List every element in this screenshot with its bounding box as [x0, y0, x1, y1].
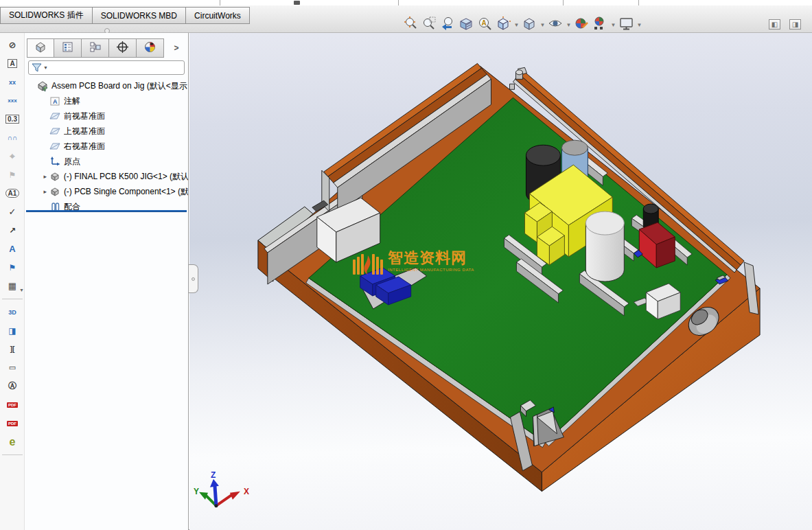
tree-item-label: (-) PCB Single Component<1> (默	[64, 186, 188, 198]
balloon-icon: ⚑	[9, 263, 16, 273]
plane-icon	[49, 111, 61, 122]
zoom-to-fit-icon	[403, 16, 419, 34]
break-view-button[interactable]: ][	[2, 340, 23, 358]
zoom-to-area-button[interactable]	[420, 16, 439, 34]
capture-3d-view-button[interactable]: 3D	[2, 303, 23, 321]
auto-dimension-scheme-icon: ⊘	[9, 40, 16, 50]
view-orientation-icon	[496, 16, 511, 34]
panel-tab-displaymanager[interactable]	[137, 38, 164, 58]
tree-item[interactable]: 原点	[25, 154, 188, 169]
dynamic-annotation-views-button[interactable]: A	[476, 16, 494, 34]
datum-target-button[interactable]: ⌖	[2, 147, 23, 165]
hide-show-items-dropdown[interactable]: ▼	[565, 22, 572, 28]
magnified-view-button[interactable]: Ⓐ	[2, 377, 23, 395]
location-note-button[interactable]: A	[2, 54, 23, 73]
apply-scene-dropdown[interactable]: ▼	[610, 22, 617, 28]
hide-show-items-button[interactable]	[546, 16, 565, 34]
tree-item-label: 原点	[64, 156, 80, 168]
tree-item[interactable]: ▸(-) PCB Single Component<1> (默	[25, 184, 188, 199]
handle-dot	[192, 277, 195, 281]
edit-appearance-button[interactable]	[572, 16, 591, 34]
apply-scene-button[interactable]	[591, 16, 610, 34]
edit-3d-pdf-icon: PDF	[7, 402, 18, 408]
note-icon: A	[9, 244, 15, 254]
3d-model-canvas[interactable]: X Y Z	[189, 33, 812, 530]
mouse-gestures-button[interactable]: ▭	[2, 358, 23, 377]
size-dimension-button[interactable]: xx	[2, 73, 23, 91]
show-tolerance-status-button[interactable]: ⚑	[2, 165, 23, 184]
assembly-icon	[37, 80, 49, 92]
commandmanager-tabs: SOLIDWORKS 插件 SOLIDWORKS MBD CircuitWork…	[0, 7, 250, 24]
filter-caret-icon[interactable]: ▼	[43, 65, 48, 70]
view-orientation-button[interactable]	[494, 16, 513, 34]
panel-tab-dimxpertmanager[interactable]	[109, 38, 137, 58]
view-settings-button[interactable]	[617, 16, 636, 34]
balloon-button[interactable]: ⚑	[2, 258, 23, 277]
featuremanager-panel: > ▼ Assem PCB Board on Jig (默认<显示A注解前视基准…	[25, 33, 189, 530]
tab-solidworks-addins[interactable]: SOLIDWORKS 插件	[0, 7, 93, 24]
tab-solidworks-mbd[interactable]: SOLIDWORKS MBD	[93, 7, 186, 24]
tree-item[interactable]: 上视基准面	[25, 124, 188, 139]
section-view-icon	[459, 16, 474, 34]
menu-fragment	[398, 0, 399, 5]
note-button[interactable]: A	[2, 240, 23, 258]
expand-arrow-icon[interactable]: ▸	[41, 188, 49, 195]
tree-item-label: Assem PCB Board on Jig (默认<显示	[51, 80, 187, 92]
edit-3d-pdf-button[interactable]: PDF	[2, 395, 23, 414]
display-style-icon	[522, 16, 537, 34]
tabbar-overflow-button[interactable]: >	[167, 38, 185, 58]
filter-funnel-icon[interactable]	[32, 62, 42, 73]
tree-item[interactable]: 右视基准面	[25, 139, 188, 154]
view-orientation-dropdown[interactable]: ▼	[513, 22, 520, 28]
basic-size-dimension-button[interactable]: xxx	[2, 91, 23, 110]
menu-fragment-icon	[294, 1, 300, 5]
collapse-pane-right-button[interactable]: ◨	[789, 19, 801, 30]
section-view-button[interactable]	[457, 16, 476, 34]
geometric-tolerance-button[interactable]: ∩∩	[2, 128, 23, 147]
general-table-button[interactable]: ▦▼	[2, 277, 23, 295]
tree-item-label: 右视基准面	[64, 141, 105, 152]
surface-finish-button[interactable]: ✓	[2, 203, 23, 221]
configurationmanager-icon	[89, 41, 102, 56]
graphics-viewport[interactable]: X Y Z 智造资料网 INTELLIGENT MANUFAC	[189, 33, 812, 530]
weld-symbol-icon: ↗	[9, 226, 16, 235]
display-style-button[interactable]	[520, 16, 539, 34]
tolerance-status-button[interactable]: 0.3	[2, 110, 23, 128]
component-icon	[49, 171, 61, 183]
tree-item[interactable]: Assem PCB Board on Jig (默认<显示	[25, 78, 188, 93]
view-settings-dropdown[interactable]: ▼	[636, 22, 643, 28]
datum-feature-button[interactable]: A1	[2, 184, 23, 203]
previous-view-button[interactable]	[439, 16, 457, 34]
edrawings-button[interactable]: e	[2, 433, 23, 451]
geometric-tolerance-icon: ∩∩	[8, 134, 17, 141]
tree-item[interactable]: 前视基准面	[25, 108, 188, 124]
section-view-tool-icon: ◨	[8, 326, 16, 336]
orientation-triad: X Y Z	[194, 470, 249, 507]
weld-symbol-button[interactable]: ↗	[2, 221, 23, 240]
component-white-capacitor[interactable]	[585, 211, 624, 281]
panel-splitter-handle[interactable]	[189, 264, 198, 293]
tree-filter-input[interactable]	[48, 64, 181, 72]
tab-circuitworks[interactable]: CircuitWorks	[186, 7, 250, 24]
zoom-to-fit-button[interactable]	[402, 16, 420, 34]
svg-text:A: A	[482, 19, 487, 27]
panel-tab-configurationmanager[interactable]	[82, 38, 109, 58]
general-table-icon: ▦	[8, 281, 16, 291]
displaymanager-icon	[143, 41, 156, 56]
datum-feature-icon: A1	[5, 189, 20, 198]
basic-size-dimension-icon: xxx	[8, 97, 16, 104]
auto-dimension-scheme-button[interactable]: ⊘	[2, 36, 23, 54]
size-dimension-icon: xx	[9, 79, 16, 86]
rollback-bar[interactable]	[26, 210, 187, 212]
tree-item[interactable]: ▸(-) FINAL PCB K500 JIG<1> (默认	[25, 169, 188, 184]
panel-tab-propertymanager[interactable]	[54, 38, 82, 58]
publish-3d-pdf-button[interactable]: PDF	[2, 414, 23, 433]
general-table-dropdown[interactable]: ▼	[19, 288, 24, 292]
panel-tab-featuremanager-design-tree[interactable]	[27, 38, 54, 58]
expand-arrow-icon[interactable]: ▸	[41, 173, 49, 180]
collapse-pane-left-button[interactable]: ◧	[769, 19, 780, 30]
display-style-dropdown[interactable]: ▼	[539, 22, 546, 28]
heads-up-view-toolbar: A▼▼▼▼▼	[402, 14, 643, 35]
section-view-tool-button[interactable]: ◨	[2, 321, 23, 340]
tree-item[interactable]: A注解	[25, 93, 188, 108]
